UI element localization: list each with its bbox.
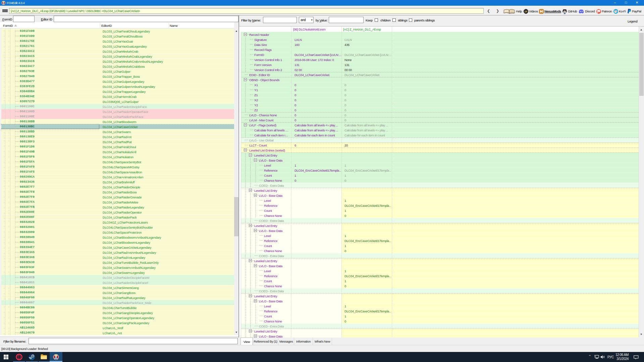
svg-text:GP: GP xyxy=(525,10,528,13)
